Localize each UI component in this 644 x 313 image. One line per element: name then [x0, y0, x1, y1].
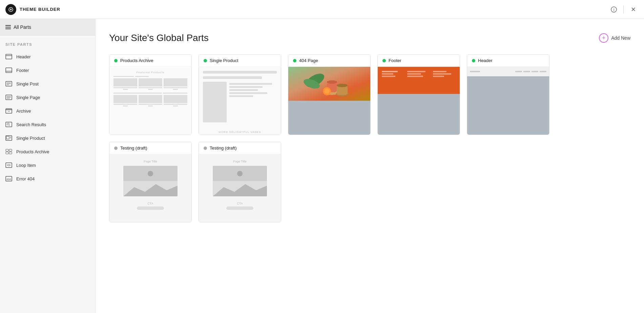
card-preview: Featured Products: [109, 67, 191, 135]
card-header: Header: [467, 55, 549, 67]
sidebar: All Parts SITE PARTS Header Footer: [0, 19, 96, 313]
card-header: Footer: [378, 55, 460, 67]
draft-cta-label: CTA: [237, 202, 243, 205]
draft-page-title-label: Page Title: [233, 160, 247, 163]
svg-rect-18: [6, 122, 12, 127]
top-bar-left: THEME BUILDER: [5, 4, 60, 15]
card-testing-draft-1[interactable]: Testing (draft) Page Title CTA: [109, 142, 192, 222]
svg-rect-27: [6, 152, 8, 154]
sidebar-item-label: Footer: [16, 68, 29, 73]
card-title: Testing (draft): [210, 145, 236, 151]
draft-cta-bar: [226, 207, 253, 210]
svg-text:404: 404: [6, 178, 11, 181]
card-title: Single Product: [210, 58, 238, 63]
archive-icon: [5, 107, 12, 114]
sidebar-item-footer[interactable]: Footer: [0, 63, 95, 77]
card-preview: Page Title CTA: [109, 154, 191, 222]
all-parts-button[interactable]: All Parts: [5, 23, 31, 31]
card-header: 404 Page: [288, 55, 370, 67]
card-preview: [378, 67, 460, 135]
content-header: Your Site's Global Parts + Add New: [109, 33, 630, 43]
page-title: Your Site's Global Parts: [109, 33, 209, 43]
sidebar-item-label: Header: [16, 54, 31, 59]
svg-rect-29: [6, 163, 12, 168]
card-footer[interactable]: Footer: [377, 54, 460, 135]
draft-image-placeholder: [123, 166, 178, 196]
info-button[interactable]: i: [608, 4, 619, 15]
top-bar-right: i ✕: [608, 4, 639, 15]
sidebar-item-header[interactable]: Header: [0, 50, 95, 63]
svg-rect-22: [6, 136, 9, 139]
sidebar-item-single-page[interactable]: Single Page: [0, 91, 95, 104]
sidebar-item-label: Single Product: [16, 136, 45, 141]
all-parts-label: All Parts: [14, 24, 31, 30]
sidebar-item-label: Archive: [16, 109, 31, 114]
divider: [623, 5, 624, 14]
card-products-archive[interactable]: Products Archive Featured Products: [109, 54, 192, 135]
add-new-icon: +: [599, 33, 608, 43]
main-layout: All Parts SITE PARTS Header Footer: [0, 19, 644, 313]
svg-text:i: i: [614, 7, 615, 12]
svg-rect-3: [6, 54, 12, 59]
card-title: 404 Page: [299, 58, 318, 63]
card-title: Testing (draft): [120, 145, 147, 151]
card-header: Testing (draft): [109, 142, 191, 154]
card-title: Header: [478, 58, 493, 63]
single-product-icon: [5, 135, 12, 141]
card-404-page[interactable]: 404 Page: [288, 54, 371, 135]
fp-items: [113, 78, 187, 90]
svg-point-40: [337, 84, 348, 87]
loop-item-icon: [5, 162, 12, 169]
top-bar: THEME BUILDER i ✕: [0, 0, 644, 19]
add-new-button[interactable]: + Add New: [599, 33, 630, 43]
sidebar-item-error-404[interactable]: 404 Error 404: [0, 172, 95, 185]
card-single-product[interactable]: Single Product: [199, 54, 281, 135]
card-testing-draft-2[interactable]: Testing (draft) Page Title CTA: [199, 142, 281, 222]
sidebar-item-label: Single Post: [16, 81, 39, 86]
svg-rect-5: [6, 68, 12, 73]
footer-icon: [5, 67, 12, 74]
svg-point-37: [327, 80, 337, 84]
card-preview: [467, 67, 549, 135]
sidebar-item-search-results[interactable]: Search Results: [0, 118, 95, 131]
draft-cta-label: CTA: [147, 202, 153, 205]
svg-point-42: [324, 89, 330, 94]
status-dot-draft: [114, 146, 118, 150]
app-title: THEME BUILDER: [20, 7, 60, 12]
products-archive-icon: [5, 148, 12, 155]
header-icon: [5, 53, 12, 60]
draft-page-title-label: Page Title: [144, 160, 157, 163]
sidebar-item-loop-item[interactable]: Loop Item: [0, 158, 95, 172]
sidebar-item-single-post[interactable]: Single Post: [0, 77, 95, 91]
svg-rect-28: [9, 152, 12, 154]
sidebar-item-products-archive[interactable]: Products Archive: [0, 145, 95, 158]
card-header: Testing (draft): [199, 142, 281, 154]
search-results-icon: [5, 121, 12, 128]
sidebar-item-archive[interactable]: Archive: [0, 104, 95, 118]
featured-products-title: Featured Products: [113, 71, 187, 74]
svg-point-19: [7, 123, 9, 125]
status-dot-active: [472, 59, 475, 62]
card-header[interactable]: Header: [467, 54, 549, 135]
content-area: Your Site's Global Parts + Add New Produ…: [96, 19, 644, 313]
sidebar-item-label: Error 404: [16, 176, 35, 181]
sidebar-top: All Parts: [0, 19, 95, 36]
svg-rect-25: [6, 149, 8, 151]
svg-line-20: [9, 125, 10, 126]
sidebar-item-label: Products Archive: [16, 149, 49, 154]
add-new-label: Add New: [611, 35, 630, 41]
close-button[interactable]: ✕: [628, 4, 639, 15]
app-logo: [5, 4, 16, 15]
card-bottom-text: MORE DELIGHTFUL VASES: [203, 131, 277, 134]
close-icon: ✕: [631, 6, 636, 13]
hamburger-icon: [5, 25, 11, 29]
cards-grid: Products Archive Featured Products: [109, 54, 630, 222]
sidebar-item-single-product[interactable]: Single Product: [0, 131, 95, 145]
card-header: Products Archive: [109, 55, 191, 67]
svg-rect-26: [9, 149, 12, 151]
status-dot-active: [293, 59, 296, 62]
single-page-icon: [5, 94, 12, 101]
card-preview: Page Title CTA: [199, 154, 281, 222]
draft-cta-bar: [137, 207, 164, 210]
card-preview: [288, 67, 370, 135]
